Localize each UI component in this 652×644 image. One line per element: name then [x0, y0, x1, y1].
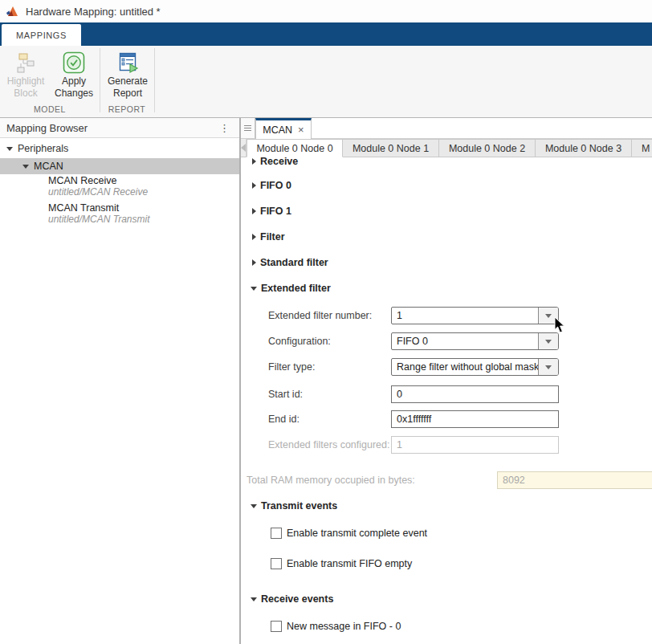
apply-changes-label-2: Changes	[51, 88, 96, 100]
transmit-complete-checkbox[interactable]	[271, 528, 282, 539]
form-row-total-ram: Total RAM memory occupied in bytes:	[241, 471, 652, 489]
checkbox-row-transmit-fifo-empty: Enable transmit FIFO empty	[271, 558, 412, 569]
checkbox-row-transmit-complete: Enable transmit complete event	[271, 528, 427, 539]
tree-label-mcan: MCAN	[34, 161, 63, 172]
dropdown-value: 1	[392, 310, 538, 321]
total-ram-input	[497, 471, 652, 489]
dropdown-value: FIFO 0	[392, 336, 538, 347]
end-id-input[interactable]	[391, 410, 559, 428]
dropdown-button[interactable]	[538, 333, 558, 349]
mapping-browser-header: Mapping Browser ⋮	[0, 118, 239, 138]
form-row-extended-filter-number: Extended filter number: 1	[241, 307, 652, 324]
chevron-left-icon	[241, 144, 246, 152]
collapsed-arrow-icon	[252, 259, 256, 266]
new-message-fifo0-checkbox[interactable]	[271, 621, 282, 632]
tree-item-mcan[interactable]: MCAN	[0, 158, 239, 174]
title-bar: Hardware Mapping: untitled *	[0, 0, 652, 22]
tab-mappings[interactable]: MAPPINGS	[2, 24, 81, 46]
highlight-block-button[interactable]: Highlight Block	[3, 49, 48, 100]
expanded-arrow-icon	[251, 504, 257, 508]
ribbon-tab-bar: MAPPINGS	[0, 22, 652, 46]
group-label-model: MODEL	[0, 104, 100, 114]
chevron-down-icon	[545, 365, 552, 369]
window-title: Hardware Mapping: untitled *	[26, 6, 161, 18]
apply-changes-label-1: Apply	[51, 75, 96, 88]
form-row-configuration: Configuration: FIFO 0	[241, 332, 652, 350]
section-label: FIFO 1	[260, 206, 291, 217]
section-label: Transmit events	[261, 500, 337, 512]
field-label: Extended filters configured:	[268, 439, 389, 450]
checkbox-label: Enable transmit FIFO empty	[287, 558, 412, 569]
tab-module0-node1[interactable]: Module 0 Node 1	[343, 139, 439, 157]
matlab-logo-icon	[6, 5, 19, 18]
section-receive-events[interactable]: Receive events	[251, 593, 333, 605]
transmit-fifo-empty-checkbox[interactable]	[271, 558, 282, 569]
section-standard-filter[interactable]: Standard filter	[252, 257, 328, 268]
tree-leaf-path: untitled/MCAN Transmit	[48, 214, 149, 225]
form-row-filter-type: Filter type: Range filter without global…	[241, 358, 652, 376]
dropdown-button[interactable]	[538, 359, 558, 375]
collapse-arrow-icon[interactable]	[6, 147, 13, 151]
tab-scroll-left-button[interactable]	[241, 139, 247, 157]
dropdown-value: Range filter without global mask	[392, 361, 538, 373]
tree-leaf-name: MCAN Transmit	[48, 202, 149, 214]
tree-leaf-name: MCAN Receive	[48, 175, 148, 186]
main-area: MCAN × Module 0 Node 0 Module 0 Node 1 M…	[241, 118, 652, 644]
section-label: Standard filter	[260, 257, 328, 268]
mapping-browser-panel: Mapping Browser ⋮ Peripherals MCAN MCAN …	[0, 118, 241, 644]
node-settings-pane: Receive FIFO 0 FIFO 1 Filter Standard fi…	[241, 157, 652, 644]
tab-module1-node0-cut[interactable]: M	[632, 139, 652, 157]
highlight-block-label-1: Highlight	[3, 75, 48, 88]
field-label: Configuration:	[268, 336, 331, 347]
hardware-mapping-window: Hardware Mapping: untitled * MAPPINGS Hi…	[0, 0, 652, 644]
apply-changes-icon	[63, 51, 85, 74]
tab-list-menu-button[interactable]	[241, 118, 255, 138]
start-id-input[interactable]	[391, 385, 559, 403]
chevron-down-icon	[545, 314, 552, 318]
field-label: Extended filter number:	[268, 310, 372, 321]
extended-filters-configured-input	[391, 436, 559, 454]
generate-report-label-2: Report	[104, 88, 151, 100]
tree-item-mcan-transmit[interactable]: MCAN Transmit untitled/MCAN Transmit	[48, 202, 149, 225]
section-filter[interactable]: Filter	[252, 231, 285, 243]
highlight-block-label-2: Block	[3, 88, 48, 100]
field-label: Total RAM memory occupied in bytes:	[247, 475, 415, 486]
filter-type-dropdown[interactable]: Range filter without global mask	[391, 358, 559, 376]
field-label: End id:	[268, 414, 300, 425]
tree-label-peripherals: Peripherals	[18, 143, 68, 154]
tab-module0-node3[interactable]: Module 0 Node 3	[536, 139, 632, 157]
section-fifo1[interactable]: FIFO 1	[252, 206, 291, 217]
form-row-start-id: Start id:	[241, 385, 652, 403]
section-extended-filter[interactable]: Extended filter	[251, 283, 331, 294]
toolbar-separator-2	[154, 48, 155, 112]
doc-tab-mcan[interactable]: MCAN ×	[255, 118, 312, 139]
doc-tab-label: MCAN	[263, 124, 292, 136]
section-fifo0[interactable]: FIFO 0	[252, 180, 291, 191]
close-icon[interactable]: ×	[298, 124, 304, 135]
tab-module0-node2[interactable]: Module 0 Node 2	[439, 139, 536, 157]
extended-filter-number-dropdown[interactable]: 1	[391, 307, 559, 324]
configuration-dropdown[interactable]: FIFO 0	[391, 332, 559, 350]
checkbox-row-new-message-fifo0: New message in FIFO - 0	[271, 621, 401, 632]
collapsed-arrow-icon	[252, 208, 256, 214]
tree-item-mcan-receive[interactable]: MCAN Receive untitled/MCAN Receive	[48, 175, 148, 198]
tab-module0-node0[interactable]: Module 0 Node 0	[247, 139, 343, 157]
generate-report-button[interactable]: Generate Report	[104, 49, 151, 100]
mouse-cursor	[554, 316, 567, 334]
form-row-extended-filters-configured: Extended filters configured:	[241, 436, 652, 454]
peripherals-tree: Peripherals MCAN MCAN Receive untitled/M…	[0, 138, 239, 644]
collapse-arrow-icon[interactable]	[22, 165, 29, 169]
group-label-report: REPORT	[100, 104, 154, 114]
panel-menu-icon[interactable]: ⋮	[216, 122, 233, 134]
section-label: Receive events	[261, 593, 333, 605]
section-transmit-events[interactable]: Transmit events	[251, 500, 337, 512]
toolbar-separator-1	[100, 48, 100, 112]
apply-changes-button[interactable]: Apply Changes	[51, 49, 96, 100]
highlight-block-icon	[14, 51, 37, 74]
section-receive[interactable]: Receive	[252, 157, 298, 167]
generate-report-label-1: Generate	[104, 75, 151, 88]
expanded-arrow-icon	[251, 287, 257, 291]
section-label: Filter	[260, 231, 285, 243]
field-label: Start id:	[268, 389, 303, 400]
tree-item-peripherals[interactable]: Peripherals	[0, 141, 239, 157]
